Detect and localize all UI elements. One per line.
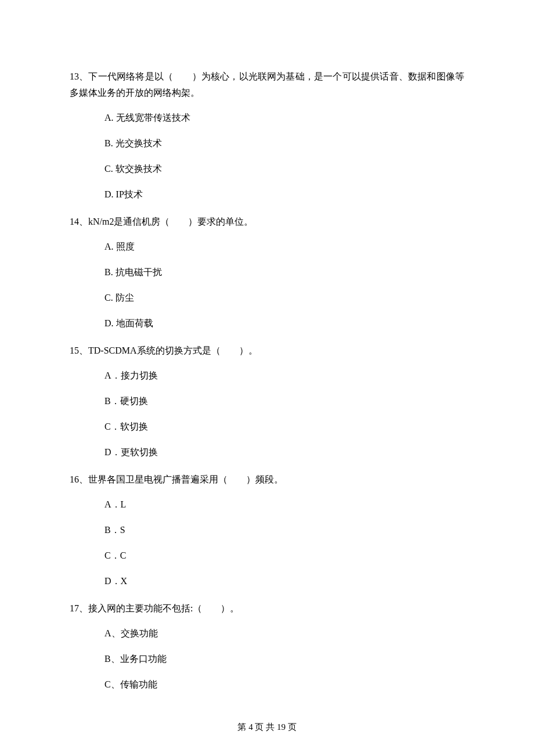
option-b: B．S (104, 524, 464, 537)
options-list: A. 照度 B. 抗电磁干扰 C. 防尘 D. 地面荷载 (70, 240, 464, 330)
options-list: A．接力切换 B．硬切换 C．软切换 D．更软切换 (70, 369, 464, 459)
question-16: 16、世界各国卫星电视广播普遍采用（ ）频段。 A．L B．S C．C D．X (70, 471, 464, 588)
option-a: A. 无线宽带传送技术 (104, 111, 464, 124)
question-13: 13、下一代网络将是以（ ）为核心，以光联网为基础，是一个可以提供话音、数据和图… (70, 69, 464, 201)
option-c: C. 软交换技术 (104, 163, 464, 175)
question-text: 16、世界各国卫星电视广播普遍采用（ ）频段。 (70, 471, 464, 488)
options-list: A．L B．S C．C D．X (70, 498, 464, 588)
option-a: A. 照度 (104, 240, 464, 253)
option-d: D. 地面荷载 (104, 317, 464, 330)
option-b: B、业务口功能 (104, 653, 464, 665)
option-d: D. IP技术 (104, 188, 464, 201)
question-14: 14、kN/m2是通信机房（ ）要求的单位。 A. 照度 B. 抗电磁干扰 C.… (70, 214, 464, 330)
option-c: C．C (104, 549, 464, 562)
question-text: 13、下一代网络将是以（ ）为核心，以光联网为基础，是一个可以提供话音、数据和图… (70, 69, 464, 101)
document-page: 13、下一代网络将是以（ ）为核心，以光联网为基础，是一个可以提供话音、数据和图… (0, 0, 534, 756)
option-b: B. 抗电磁干扰 (104, 266, 464, 279)
options-list: A. 无线宽带传送技术 B. 光交换技术 C. 软交换技术 D. IP技术 (70, 111, 464, 201)
option-a: A．L (104, 498, 464, 511)
option-c: C. 防尘 (104, 291, 464, 304)
option-b: B．硬切换 (104, 395, 464, 408)
option-c: C、传输功能 (104, 678, 464, 691)
question-15: 15、TD-SCDMA系统的切换方式是（ ）。 A．接力切换 B．硬切换 C．软… (70, 343, 464, 459)
option-c: C．软切换 (104, 420, 464, 433)
options-list: A、交换功能 B、业务口功能 C、传输功能 (70, 627, 464, 691)
option-b: B. 光交换技术 (104, 137, 464, 150)
option-d: D．X (104, 575, 464, 588)
question-text: 15、TD-SCDMA系统的切换方式是（ ）。 (70, 343, 464, 359)
question-17: 17、接入网的主要功能不包括:（ ）。 A、交换功能 B、业务口功能 C、传输功… (70, 600, 464, 691)
question-text: 14、kN/m2是通信机房（ ）要求的单位。 (70, 214, 464, 230)
option-a: A．接力切换 (104, 369, 464, 382)
option-d: D．更软切换 (104, 446, 464, 459)
page-footer: 第 4 页 共 19 页 (0, 722, 534, 733)
option-a: A、交换功能 (104, 627, 464, 640)
question-text: 17、接入网的主要功能不包括:（ ）。 (70, 600, 464, 617)
